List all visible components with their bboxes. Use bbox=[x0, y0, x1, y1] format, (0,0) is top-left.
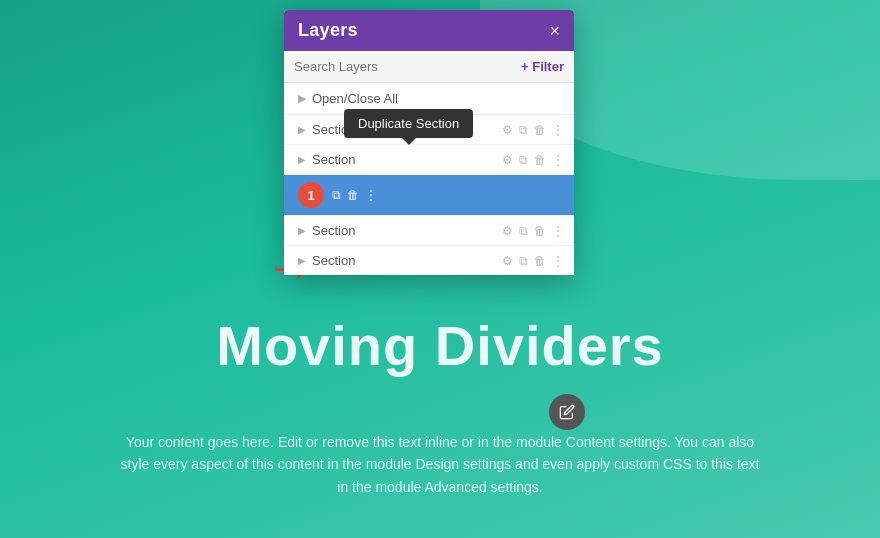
layers-panel: Layers × + Filter ▶ Open/Close All ▶ Sec… bbox=[284, 10, 574, 275]
add-item-button[interactable]: + bbox=[381, 186, 390, 204]
duplicate-icon[interactable]: ⧉ bbox=[519, 254, 528, 268]
layer-row-active[interactable]: 1 ⧉ 🗑 ⋮ + bbox=[284, 175, 574, 216]
panel-title: Layers bbox=[298, 20, 358, 41]
layers-list: ▶ Section ⚙ ⧉ 🗑 ⋮ ▶ Section ⚙ ⧉ 🗑 ⋮ Dupl… bbox=[284, 115, 574, 275]
more-icon[interactable]: ⋮ bbox=[552, 123, 564, 137]
more-icon[interactable]: ⋮ bbox=[552, 224, 564, 238]
duplicate-icon[interactable]: ⧉ bbox=[519, 224, 528, 238]
layer-chevron-icon: ▶ bbox=[298, 225, 306, 236]
settings-icon[interactable]: ⚙ bbox=[502, 224, 513, 238]
open-close-chevron-icon: ▶ bbox=[298, 92, 306, 105]
delete-icon[interactable]: 🗑 bbox=[534, 153, 546, 167]
main-heading: Moving Dividers bbox=[0, 313, 880, 378]
settings-icon[interactable]: ⚙ bbox=[502, 123, 513, 137]
more-icon[interactable]: ⋮ bbox=[552, 254, 564, 268]
panel-search-bar: + Filter bbox=[284, 51, 574, 83]
duplicate-icon[interactable]: ⧉ bbox=[332, 188, 341, 202]
more-icon[interactable]: ⋮ bbox=[552, 153, 564, 167]
layer-row[interactable]: ▶ Section ⚙ ⧉ 🗑 ⋮ Duplicate Section bbox=[284, 145, 574, 175]
duplicate-icon[interactable]: ⧉ bbox=[519, 123, 528, 137]
layer-row[interactable]: ▶ Section ⚙ ⧉ 🗑 ⋮ bbox=[284, 216, 574, 246]
layer-name: Section bbox=[312, 152, 502, 167]
delete-icon[interactable]: 🗑 bbox=[534, 254, 546, 268]
layer-chevron-icon: ▶ bbox=[298, 154, 306, 165]
filter-button[interactable]: + Filter bbox=[521, 59, 564, 74]
layer-row[interactable]: ▶ Section ⚙ ⧉ 🗑 ⋮ bbox=[284, 246, 574, 275]
panel-close-button[interactable]: × bbox=[549, 22, 560, 40]
delete-icon[interactable]: 🗑 bbox=[534, 123, 546, 137]
layer-icons: ⚙ ⧉ 🗑 ⋮ bbox=[502, 153, 564, 167]
delete-icon[interactable]: 🗑 bbox=[347, 188, 359, 202]
duplicate-section-tooltip: Duplicate Section bbox=[344, 109, 473, 138]
search-input[interactable] bbox=[294, 59, 515, 74]
more-icon[interactable]: ⋮ bbox=[365, 188, 377, 202]
main-body-text: Your content goes here. Edit or remove t… bbox=[120, 431, 760, 498]
layer-icons: ⚙ ⧉ 🗑 ⋮ bbox=[502, 254, 564, 268]
settings-icon[interactable]: ⚙ bbox=[502, 153, 513, 167]
layer-icons: ⚙ ⧉ 🗑 ⋮ bbox=[502, 224, 564, 238]
layer-name: Section bbox=[312, 253, 502, 268]
layer-chevron-icon: ▶ bbox=[298, 124, 306, 135]
delete-icon[interactable]: 🗑 bbox=[534, 224, 546, 238]
layer-chevron-icon: ▶ bbox=[298, 255, 306, 266]
open-close-label[interactable]: Open/Close All bbox=[312, 91, 398, 106]
edit-icon[interactable] bbox=[549, 394, 585, 430]
panel-header: Layers × bbox=[284, 10, 574, 51]
settings-icon[interactable]: ⚙ bbox=[502, 254, 513, 268]
layer-icons: ⧉ 🗑 ⋮ bbox=[332, 188, 377, 202]
duplicate-icon[interactable]: ⧉ bbox=[519, 153, 528, 167]
layer-icons: ⚙ ⧉ 🗑 ⋮ bbox=[502, 123, 564, 137]
layer-badge: 1 bbox=[298, 182, 324, 208]
layer-name: Section bbox=[312, 223, 502, 238]
